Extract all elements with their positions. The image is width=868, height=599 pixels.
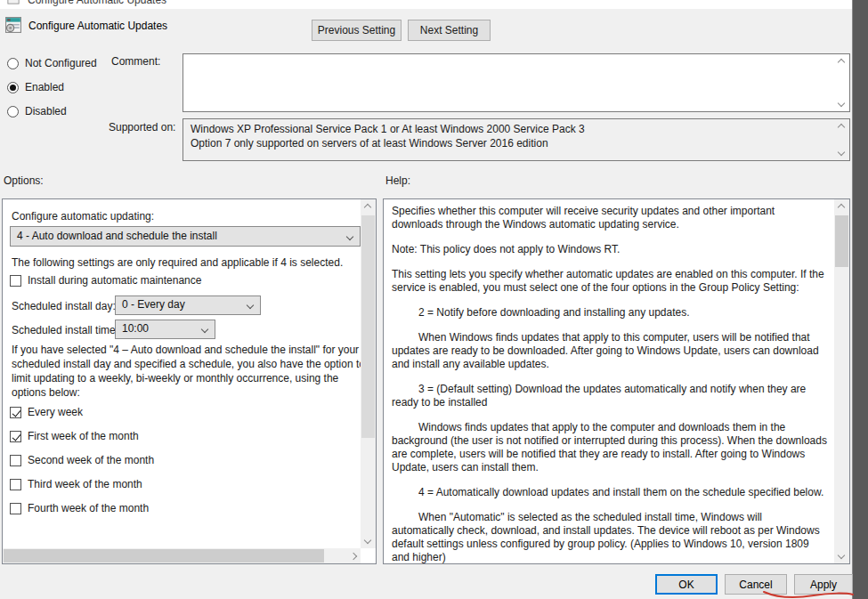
dropdown-value: 4 - Auto download and schedule the insta… [17,230,217,242]
options-section-label: Options: [4,174,44,187]
help-paragraph: 2 = Notify before downloading and instal… [392,306,827,320]
scroll-up-icon[interactable] [364,204,371,211]
scrollbar-thumb[interactable] [361,215,375,438]
dropdown-value: 10:00 [122,322,149,335]
checkbox-icon[interactable] [10,503,21,514]
radio-enabled[interactable]: Enabled [7,81,64,93]
help-paragraph: Specifies whether this computer will rec… [392,205,827,231]
scroll-down-icon[interactable] [838,149,845,156]
help-paragraph: When Windows finds updates that apply to… [392,331,827,371]
scheduled-time-label: Scheduled install time: [12,324,118,336]
checkbox-second-week[interactable]: Second week of the month [10,454,154,466]
radio-label: Not Configured [25,57,97,69]
window-icon [7,0,20,4]
checkbox-icon[interactable] [10,479,21,490]
comment-scrollbar[interactable] [834,55,848,110]
chevron-down-icon [346,233,353,240]
scheduled-day-dropdown[interactable]: 0 - Every day [115,295,261,315]
help-paragraph: This setting lets you specify whether au… [392,268,827,295]
checkbox-first-week[interactable]: First week of the month [10,430,139,442]
checkbox-third-week[interactable]: Third week of the month [10,478,142,490]
radio-disabled[interactable]: Disabled [7,105,67,117]
scrollbar-thumb[interactable] [835,215,848,267]
configure-updating-dropdown[interactable]: 4 - Auto download and schedule the insta… [10,226,361,247]
checkbox-label: Fourth week of the month [28,502,149,514]
dialog-title: Configure Automatic Updates [28,20,167,32]
comment-textarea[interactable] [183,53,850,112]
chevron-down-icon [247,302,254,309]
help-section-label: Help: [385,174,410,187]
checkbox-label: Third week of the month [28,478,142,490]
checkbox-install-maintenance[interactable]: Install during automatic maintenance [10,274,201,287]
scheduled-time-dropdown[interactable]: 10:00 [115,320,215,339]
dropdown-value: 0 - Every day [122,298,185,311]
scroll-down-icon[interactable] [838,552,845,559]
checkbox-label: Every week [28,406,83,418]
scroll-up-icon[interactable] [838,124,845,131]
radio-circle-icon[interactable] [7,58,19,69]
options-vertical-scrollbar[interactable] [361,199,376,548]
help-paragraph: When "Automatic" is selected as the sche… [392,511,827,563]
help-panel: Specifies whether this computer will rec… [383,198,850,564]
scroll-right-icon[interactable] [350,553,357,560]
policy-setting-icon [5,17,21,33]
supported-scrollbar[interactable] [834,120,848,159]
checkbox-icon[interactable] [10,455,21,466]
scroll-up-icon[interactable] [838,204,845,211]
supported-on-line2: Option 7 only supported on servers of at… [191,136,842,150]
radio-label: Enabled [25,81,64,93]
ok-button[interactable]: OK [655,574,718,595]
scroll-up-icon[interactable] [838,59,845,66]
configure-automatic-updates-dialog: Configure Automatic Updates Configure Au… [0,0,868,599]
window-titlebar-cropped: Configure Automatic Updates [0,0,852,9]
supported-on-line1: Windows XP Professional Service Pack 1 o… [191,122,842,136]
scroll-down-icon[interactable] [364,537,371,544]
help-paragraph: Windows finds updates that apply to the … [392,421,827,474]
scheduled-day-label: Scheduled install day: [12,300,116,312]
background-strip [852,0,868,599]
window-title: Configure Automatic Updates [28,0,166,6]
help-text: Specifies whether this computer will rec… [384,199,834,563]
options-note: The following settings are only required… [12,256,343,269]
checkbox-checked-icon[interactable] [10,407,21,418]
supported-on-box: Windows XP Professional Service Pack 1 o… [183,118,850,161]
radio-not-configured[interactable]: Not Configured [7,57,97,69]
help-paragraph: Note: This policy does not apply to Wind… [392,243,827,256]
scrollbar-thumb[interactable] [4,549,324,563]
checkbox-label: First week of the month [28,430,139,442]
radio-circle-icon[interactable] [7,106,19,117]
red-underline-annotation [762,590,855,599]
chevron-down-icon [201,326,208,333]
checkbox-every-week[interactable]: Every week [10,406,83,418]
checkbox-fourth-week[interactable]: Fourth week of the month [10,502,149,514]
options-horizontal-scrollbar[interactable] [3,548,361,563]
scroll-down-icon[interactable] [838,100,845,107]
help-paragraph: 4 = Automatically download updates and i… [392,486,827,499]
checkbox-icon[interactable] [10,275,21,287]
checkbox-checked-icon[interactable] [10,431,21,442]
checkbox-label: Second week of the month [28,454,154,466]
comment-label: Comment: [111,55,160,68]
supported-on-label: Supported on: [109,121,175,134]
help-paragraph: 3 = (Default setting) Download the updat… [392,383,827,409]
configure-updating-label: Configure automatic updating: [12,210,154,223]
schedule-note: If you have selected "4 – Auto download … [12,343,366,400]
radio-label: Disabled [25,105,67,117]
help-vertical-scrollbar[interactable] [834,199,849,563]
previous-setting-button[interactable]: Previous Setting [312,20,402,41]
options-panel: Configure automatic updating: 4 - Auto d… [2,198,377,564]
checkbox-label: Install during automatic maintenance [28,274,201,287]
next-setting-button[interactable]: Next Setting [408,20,491,41]
radio-selected-icon[interactable] [7,82,19,93]
